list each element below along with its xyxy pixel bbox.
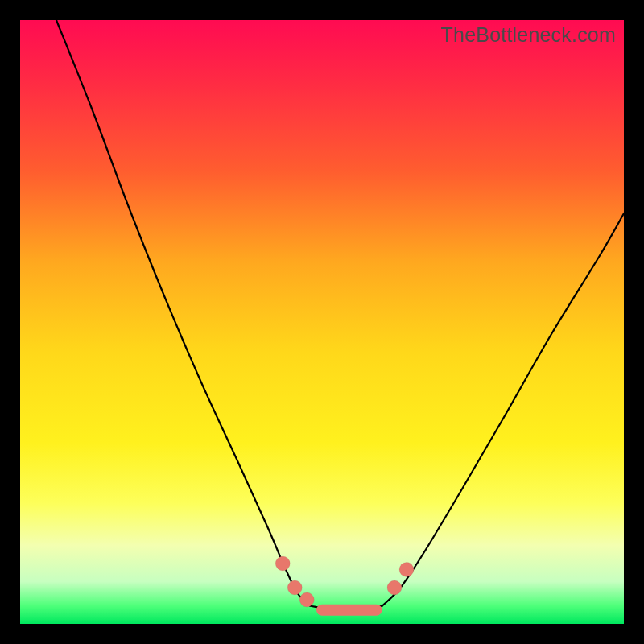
curve-marker [399, 563, 414, 577]
curve-marker [299, 592, 314, 607]
curve-right-ascent [382, 213, 624, 606]
chart-frame: TheBottleneck.com [0, 0, 644, 644]
bottleneck-curve [20, 20, 624, 624]
curve-marker [387, 580, 402, 595]
curve-left-descent [56, 20, 310, 606]
curve-marker [287, 580, 302, 595]
curve-marker [275, 556, 290, 571]
plot-area: TheBottleneck.com [20, 20, 624, 624]
curve-markers [275, 556, 414, 607]
